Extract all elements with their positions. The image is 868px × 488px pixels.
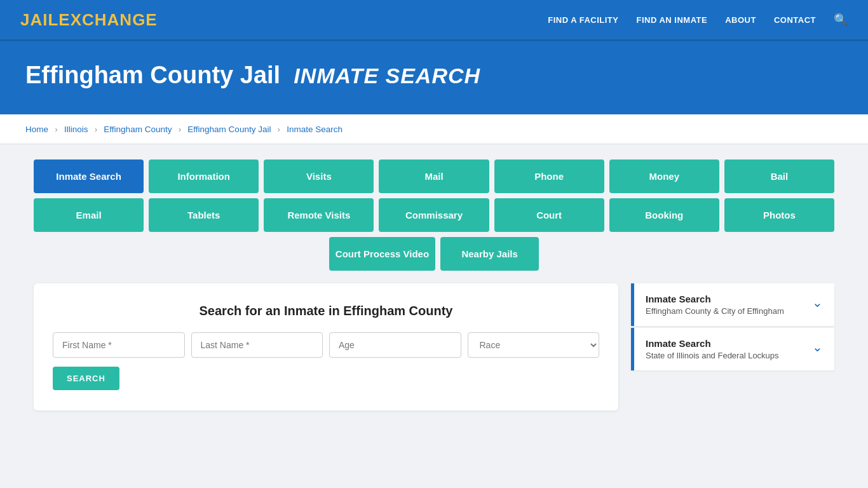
- nav-row-1: Inmate Search Information Visits Mail Ph…: [34, 159, 834, 193]
- btn-photos[interactable]: Photos: [724, 198, 834, 232]
- btn-commissary[interactable]: Commissary: [379, 198, 489, 232]
- btn-tablets[interactable]: Tablets: [149, 198, 259, 232]
- separator: ›: [55, 125, 57, 134]
- sidebar-item-subtitle-2: State of Illinois and Federal Lockups: [646, 351, 779, 360]
- btn-money[interactable]: Money: [609, 159, 719, 193]
- sidebar-item-text-2: Inmate Search State of Illinois and Fede…: [646, 338, 779, 360]
- logo-jail: JAIL: [20, 10, 58, 29]
- inmate-search-card: Search for an Inmate in Effingham County…: [34, 283, 618, 410]
- navbar: JAILEXCHANGE FIND A FACILITY FIND AN INM…: [0, 0, 868, 41]
- btn-booking[interactable]: Booking: [609, 198, 719, 232]
- sidebar-item-title-1: Inmate Search: [646, 294, 784, 304]
- btn-inmate-search[interactable]: Inmate Search: [34, 159, 144, 193]
- sidebar-item-text-1: Inmate Search Effingham County & City of…: [646, 294, 784, 316]
- logo-exchange: EXCHANGE: [58, 10, 157, 29]
- separator: ›: [95, 125, 97, 134]
- breadcrumb: Home › Illinois › Effingham County › Eff…: [0, 114, 868, 144]
- btn-phone[interactable]: Phone: [494, 159, 604, 193]
- lower-section: Search for an Inmate in Effingham County…: [34, 283, 834, 410]
- btn-visits[interactable]: Visits: [264, 159, 374, 193]
- btn-remote-visits[interactable]: Remote Visits: [264, 198, 374, 232]
- page-title-main: Effingham County Jail: [25, 62, 280, 88]
- separator: ›: [278, 125, 280, 134]
- sidebar-item-title-2: Inmate Search: [646, 338, 779, 349]
- breadcrumb-home[interactable]: Home: [25, 125, 48, 134]
- sidebar-item-effingham[interactable]: Inmate Search Effingham County & City of…: [631, 283, 834, 326]
- separator: ›: [179, 125, 181, 134]
- nav-links: FIND A FACILITY FIND AN INMATE ABOUT CON…: [548, 13, 848, 27]
- nav-about[interactable]: ABOUT: [725, 15, 756, 25]
- chevron-down-icon-2: ⌄: [812, 339, 823, 355]
- search-button[interactable]: SEARCH: [53, 367, 119, 390]
- chevron-down-icon: ⌄: [812, 295, 823, 310]
- age-input[interactable]: [329, 332, 461, 358]
- main-content: Inmate Search Information Visits Mail Ph…: [21, 144, 847, 426]
- last-name-input[interactable]: [191, 332, 323, 358]
- breadcrumb-current: Inmate Search: [287, 125, 342, 134]
- sidebar-item-subtitle-1: Effingham County & City of Effingham: [646, 306, 784, 316]
- btn-mail[interactable]: Mail: [379, 159, 489, 193]
- btn-bail[interactable]: Bail: [724, 159, 834, 193]
- btn-court-process-video[interactable]: Court Process Video: [329, 237, 435, 271]
- category-nav: Inmate Search Information Visits Mail Ph…: [34, 159, 834, 271]
- page-title-italic: INMATE SEARCH: [294, 64, 480, 88]
- breadcrumb-illinois[interactable]: Illinois: [64, 125, 88, 134]
- breadcrumb-effingham-jail[interactable]: Effingham County Jail: [187, 125, 271, 134]
- breadcrumb-effingham-county[interactable]: Effingham County: [104, 125, 172, 134]
- site-logo[interactable]: JAILEXCHANGE: [20, 10, 158, 30]
- search-icon[interactable]: 🔍: [834, 13, 848, 27]
- btn-nearby-jails[interactable]: Nearby Jails: [440, 237, 539, 271]
- first-name-input[interactable]: [53, 332, 185, 358]
- nav-find-inmate[interactable]: FIND AN INMATE: [636, 15, 707, 25]
- nav-row-3: Court Process Video Nearby Jails: [34, 237, 834, 271]
- sidebar: Inmate Search Effingham County & City of…: [631, 283, 834, 372]
- btn-email[interactable]: Email: [34, 198, 144, 232]
- search-form-row: Race White Black Hispanic Asian Other: [53, 332, 599, 358]
- btn-court[interactable]: Court: [494, 198, 604, 232]
- search-card-title: Search for an Inmate in Effingham County: [53, 304, 599, 318]
- btn-information[interactable]: Information: [149, 159, 259, 193]
- sidebar-item-illinois[interactable]: Inmate Search State of Illinois and Fede…: [631, 328, 834, 370]
- hero-section: Effingham County Jail INMATE SEARCH: [0, 41, 868, 114]
- page-title: Effingham County Jail INMATE SEARCH: [25, 62, 843, 89]
- nav-contact[interactable]: CONTACT: [774, 15, 816, 25]
- race-select[interactable]: Race White Black Hispanic Asian Other: [468, 332, 600, 358]
- nav-row-2: Email Tablets Remote Visits Commissary C…: [34, 198, 834, 232]
- nav-find-facility[interactable]: FIND A FACILITY: [548, 15, 618, 25]
